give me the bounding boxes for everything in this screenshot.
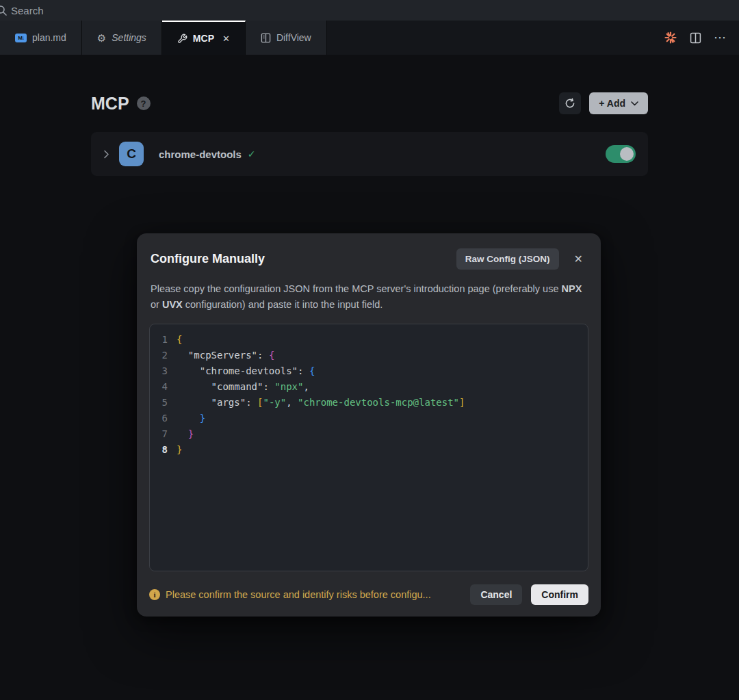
info-icon: i xyxy=(149,589,160,600)
tab-mcp[interactable]: MCP ✕ xyxy=(162,21,246,55)
tab-plan-md[interactable]: M↓ plan.md xyxy=(0,21,82,55)
mcp-settings-page: MCP ? + Add xyxy=(91,91,648,176)
risk-warning-text: Please confirm the source and identify r… xyxy=(166,589,431,600)
window-actions: ⋯ xyxy=(651,21,739,55)
tab-settings[interactable]: ⚙ Settings xyxy=(82,21,162,55)
server-connected-check-icon: ✓ xyxy=(248,148,256,159)
chevron-right-icon[interactable] xyxy=(103,150,109,159)
page-title: MCP xyxy=(91,94,129,114)
dialog-description: Please copy the configuration JSON from … xyxy=(151,281,587,313)
refresh-icon xyxy=(565,98,575,109)
dialog-title: Configure Manually xyxy=(151,252,265,266)
configure-manually-dialog: Configure Manually Raw Config (JSON) ✕ P… xyxy=(137,233,601,617)
dialog-close-icon[interactable]: ✕ xyxy=(574,252,583,265)
refresh-button[interactable] xyxy=(559,92,581,114)
gear-icon: ⚙ xyxy=(97,33,106,43)
ai-starburst-icon[interactable] xyxy=(664,31,677,44)
json-config-editor[interactable]: 1{2 "mcpServers": {3 "chrome-devtools": … xyxy=(149,324,588,571)
server-name: chrome-devtools xyxy=(159,148,242,160)
top-search-bar[interactable]: Search xyxy=(0,0,739,21)
tab-close-icon[interactable]: ✕ xyxy=(222,34,230,44)
more-actions-icon[interactable]: ⋯ xyxy=(714,30,727,45)
risk-warning: i Please confirm the source and identify… xyxy=(149,589,431,600)
chevron-down-icon xyxy=(631,101,638,106)
help-icon[interactable]: ? xyxy=(137,96,151,110)
add-server-button[interactable]: + Add xyxy=(589,92,648,114)
app-window: Search M↓ plan.md ⚙ Settings MCP ✕ xyxy=(0,0,739,176)
search-icon xyxy=(0,4,8,16)
dialog-footer: i Please confirm the source and identify… xyxy=(149,584,588,605)
dialog-header: Configure Manually Raw Config (JSON) ✕ xyxy=(137,233,601,270)
server-enabled-toggle[interactable] xyxy=(606,145,636,163)
toggle-knob xyxy=(620,147,634,161)
editor-tab-bar: M↓ plan.md ⚙ Settings MCP ✕ xyxy=(0,21,739,55)
server-row-chrome-devtools[interactable]: C chrome-devtools ✓ xyxy=(91,132,648,176)
tab-diffview[interactable]: DiffView xyxy=(246,21,327,55)
diff-icon xyxy=(261,33,271,43)
cancel-button[interactable]: Cancel xyxy=(470,584,522,605)
code-lines: 1{2 "mcpServers": {3 "chrome-devtools": … xyxy=(157,332,581,458)
markdown-icon: M↓ xyxy=(15,34,27,42)
wrench-icon xyxy=(177,34,187,44)
server-avatar: C xyxy=(119,142,144,166)
page-header: MCP ? + Add xyxy=(91,91,648,116)
tab-bar-spacer xyxy=(327,21,651,55)
search-placeholder: Search xyxy=(11,5,44,16)
confirm-button[interactable]: Confirm xyxy=(531,584,588,605)
split-editor-icon[interactable] xyxy=(690,32,701,44)
raw-config-json-button[interactable]: Raw Config (JSON) xyxy=(456,248,559,270)
